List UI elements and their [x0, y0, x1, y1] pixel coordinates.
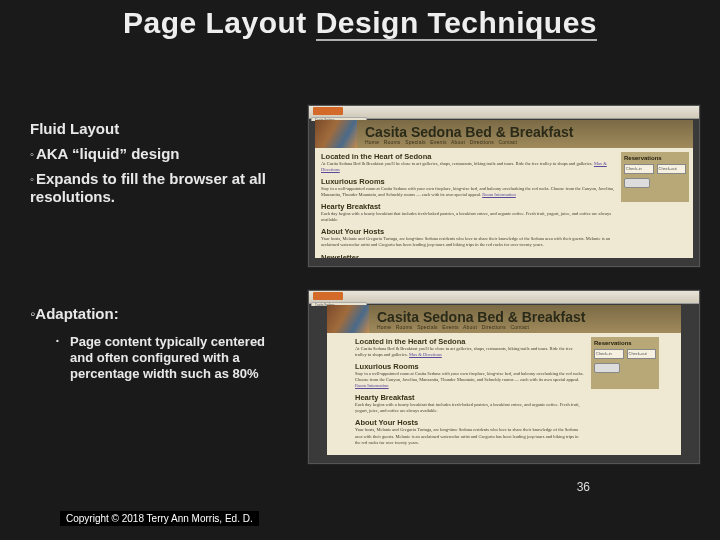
browser-menu-icon: [313, 107, 343, 115]
main-column: Located in the Heart of SedonaAt Casita …: [321, 152, 617, 254]
slide: Page Layout Design Techniques Fluid Layo…: [0, 0, 720, 540]
sub-bullet-dot-icon: •: [56, 336, 59, 346]
page-body: Casita Sedona Bed & Breakfast Home Rooms…: [315, 120, 693, 258]
page-body-centered: Casita Sedona Bed & Breakfast Home Rooms…: [327, 305, 681, 455]
browser-menu-icon: [313, 292, 343, 300]
title-prefix: Page Layout: [123, 6, 316, 39]
page-number: 36: [577, 480, 590, 494]
browser-titlebar: [309, 291, 699, 304]
header-photo: [315, 120, 357, 148]
site-nav: Home Rooms Specials Events About Directi…: [365, 139, 517, 145]
checkout-field: Check-out: [627, 349, 657, 359]
screenshot-centered: Casita Sedona Casita Sedona Bed & Breakf…: [308, 290, 700, 464]
reservation-box: Reservations Check-in Check-out: [591, 337, 659, 389]
site-header: Casita Sedona Bed & Breakfast Home Rooms…: [327, 305, 681, 333]
bullet-dot-icon: ◦: [30, 148, 34, 160]
site-header: Casita Sedona Bed & Breakfast Home Rooms…: [315, 120, 693, 148]
main-column: Located in the Heart of SedonaAt Casita …: [355, 337, 585, 451]
reservation-box: Reservations Check-in Check-out: [621, 152, 689, 202]
checkout-field: Check-out: [657, 164, 687, 174]
title-underlined: Design Techniques: [316, 6, 597, 41]
reserve-button: [624, 178, 650, 188]
copyright-text: Copyright © 2018 Terry Ann Morris, Ed. D…: [60, 511, 259, 526]
sub-bullet: • Page content typically centered and of…: [70, 334, 280, 383]
checkin-field: Check-in: [594, 349, 624, 359]
content-area: Located in the Heart of SedonaAt Casita …: [315, 148, 693, 258]
browser-titlebar: [309, 106, 699, 119]
bullet-aka: ◦AKA “liquid” design: [30, 145, 310, 164]
bullet-adaptation: ◦Adaptation:: [30, 305, 310, 324]
header-photo: [327, 305, 369, 333]
content-left-lower: ◦Adaptation: • Page content typically ce…: [30, 305, 310, 383]
screenshot-fluid: Casita Sedona Casita Sedona Bed & Breakf…: [308, 105, 700, 267]
bullet-expands: ◦Expands to fill the browser at all reso…: [30, 170, 310, 208]
reserve-button: [594, 363, 620, 373]
checkin-field: Check-in: [624, 164, 654, 174]
content-left-upper: Fluid Layout ◦AKA “liquid” design ◦Expan…: [30, 120, 310, 213]
slide-title: Page Layout Design Techniques: [0, 6, 720, 40]
bullet-dot-icon: ◦: [30, 173, 34, 185]
section-heading: Fluid Layout: [30, 120, 310, 139]
site-title-text: Casita Sedona Bed & Breakfast: [377, 309, 586, 325]
content-area: Located in the Heart of SedonaAt Casita …: [327, 333, 681, 455]
site-nav: Home Rooms Specials Events About Directi…: [377, 324, 529, 330]
site-title-text: Casita Sedona Bed & Breakfast: [365, 124, 574, 140]
